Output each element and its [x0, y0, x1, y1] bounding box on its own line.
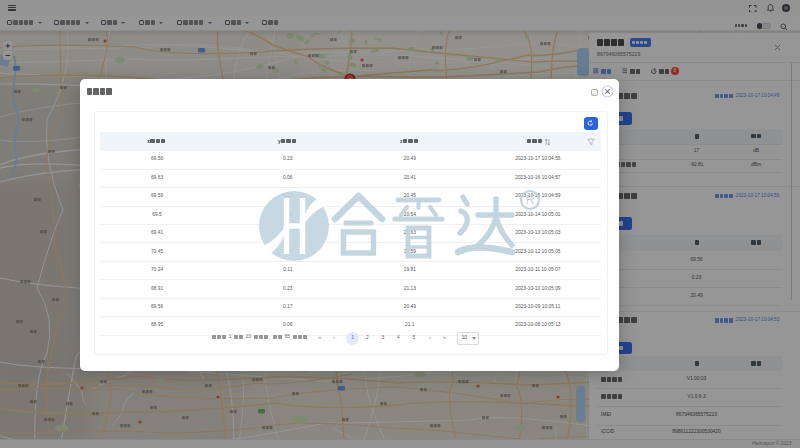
svg-text:R: R: [525, 193, 534, 207]
